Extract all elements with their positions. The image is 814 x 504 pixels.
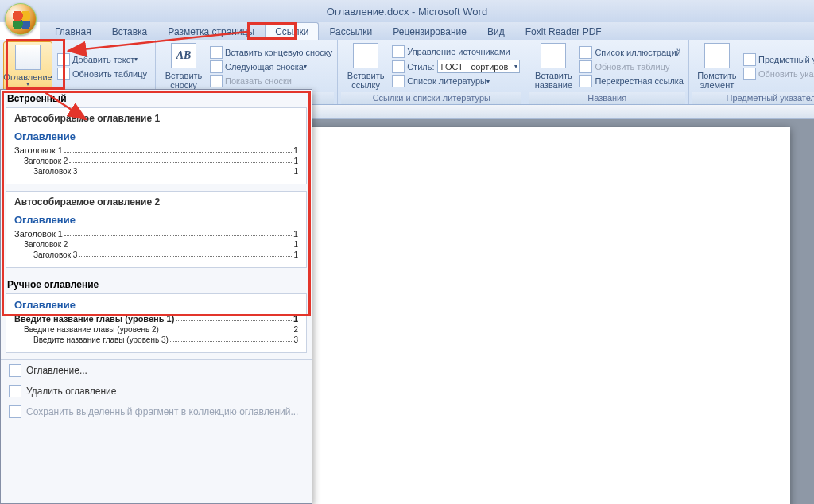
toc-remove-icon xyxy=(9,385,21,397)
toc-remove-command[interactable]: Удалить оглавление xyxy=(1,381,312,401)
toc-save-icon xyxy=(9,405,21,418)
update-figures-icon xyxy=(579,60,592,73)
tab-foxit[interactable]: Foxit Reader PDF xyxy=(515,22,612,40)
insert-citation-button[interactable]: Вставить ссылку xyxy=(341,41,390,91)
style-icon xyxy=(392,60,405,73)
mark-index-button[interactable]: Пометить элемент xyxy=(692,41,742,91)
insert-caption-button[interactable]: Вставить название xyxy=(529,41,578,91)
toc-button-label: Оглавление xyxy=(3,72,52,82)
toc-icon xyxy=(15,45,41,70)
insert-caption-label: Вставить название xyxy=(535,71,572,90)
tab-references[interactable]: Ссылки xyxy=(265,22,319,40)
toc-custom-icon xyxy=(9,364,21,377)
tab-view[interactable]: Вид xyxy=(477,22,515,40)
update-index-button: Обновить указатель xyxy=(742,67,814,81)
update-toc-button[interactable]: Обновить таблицу xyxy=(56,67,149,81)
cross-reference-button[interactable]: Перекрестная ссылка xyxy=(578,74,685,88)
gallery-builtin-header: Встроенный xyxy=(1,90,312,106)
manage-sources-button[interactable]: Управление источниками xyxy=(390,45,521,59)
captions-group-label: Названия xyxy=(529,92,685,104)
workspace xyxy=(234,119,814,504)
gallery-item-title: Оглавление xyxy=(14,299,298,311)
tab-layout[interactable]: Разметка страницы xyxy=(157,22,265,40)
manage-sources-icon xyxy=(392,45,405,58)
next-footnote-button[interactable]: Следующая сноска xyxy=(208,60,334,74)
update-icon xyxy=(57,68,70,80)
update-figures-button: Обновить таблицу xyxy=(578,60,685,74)
window-title: Оглавление.docx - Microsoft Word xyxy=(327,6,487,17)
citations-group-label: Ссылки и списки литературы xyxy=(341,92,521,104)
add-text-button[interactable]: Добавить текст xyxy=(56,52,149,67)
insert-index-icon xyxy=(743,53,756,66)
next-footnote-icon xyxy=(210,60,223,73)
bibliography-button[interactable]: Список литературы xyxy=(390,74,521,88)
gallery-item-title: Оглавление xyxy=(14,214,298,226)
tab-insert[interactable]: Вставка xyxy=(102,22,158,40)
endnote-icon xyxy=(210,46,223,59)
gallery-item-auto2[interactable]: Автособираемое оглавление 2 Оглавление З… xyxy=(6,191,307,268)
toc-save-command: Сохранить выделенный фрагмент в коллекци… xyxy=(1,401,312,422)
toc-custom-command[interactable]: Оглавление... xyxy=(1,360,312,381)
show-notes-icon xyxy=(210,75,223,87)
office-button[interactable] xyxy=(5,3,37,35)
mark-index-label: Пометить элемент xyxy=(697,71,736,90)
mark-index-icon xyxy=(704,43,730,68)
ribbon-tabs: Главная Вставка Разметка страницы Ссылки… xyxy=(40,22,814,40)
gallery-item-manual[interactable]: Оглавление Введите название главы (урове… xyxy=(6,293,307,353)
horizontal-ruler xyxy=(234,105,814,119)
table-of-figures-button[interactable]: Список иллюстраций xyxy=(578,45,685,60)
caption-icon xyxy=(541,43,566,68)
toc-gallery: Встроенный Автособираемое оглавление 1 О… xyxy=(0,89,312,504)
gallery-item-name: Автособираемое оглавление 2 xyxy=(14,196,298,207)
toc-button[interactable]: Оглавление xyxy=(3,41,52,91)
cross-ref-icon xyxy=(579,75,592,87)
insert-index-button[interactable]: Предметный указатель xyxy=(742,52,814,67)
insert-endnote-button[interactable]: Вставить концевую сноску xyxy=(208,45,334,60)
update-index-icon xyxy=(743,68,756,80)
show-notes-button: Показать сноски xyxy=(208,74,334,88)
citation-style-row: Стиль: ГОСТ - сортиров xyxy=(390,59,521,74)
tab-review[interactable]: Рецензирование xyxy=(382,22,477,40)
tab-mailings[interactable]: Рассылки xyxy=(319,22,382,40)
index-group-label: Предметный указатель xyxy=(692,92,814,104)
gallery-item-auto1[interactable]: Автособираемое оглавление 1 Оглавление З… xyxy=(6,107,307,184)
figures-icon xyxy=(579,46,592,59)
tab-home[interactable]: Главная xyxy=(45,22,102,40)
footnote-icon: AB xyxy=(171,43,196,68)
insert-footnote-button[interactable]: AB Вставить сноску xyxy=(159,41,208,91)
gallery-manual-header: Ручное оглавление xyxy=(1,274,312,292)
add-text-icon xyxy=(57,53,70,66)
insert-footnote-label: Вставить сноску xyxy=(165,71,203,90)
citation-style-combo[interactable]: ГОСТ - сортиров xyxy=(437,60,521,73)
gallery-item-name: Автособираемое оглавление 1 xyxy=(14,113,298,124)
citation-icon xyxy=(353,43,378,68)
gallery-item-title: Оглавление xyxy=(14,130,298,142)
document-page[interactable] xyxy=(281,127,790,504)
bibliography-icon xyxy=(392,75,405,87)
insert-citation-label: Вставить ссылку xyxy=(347,71,385,90)
